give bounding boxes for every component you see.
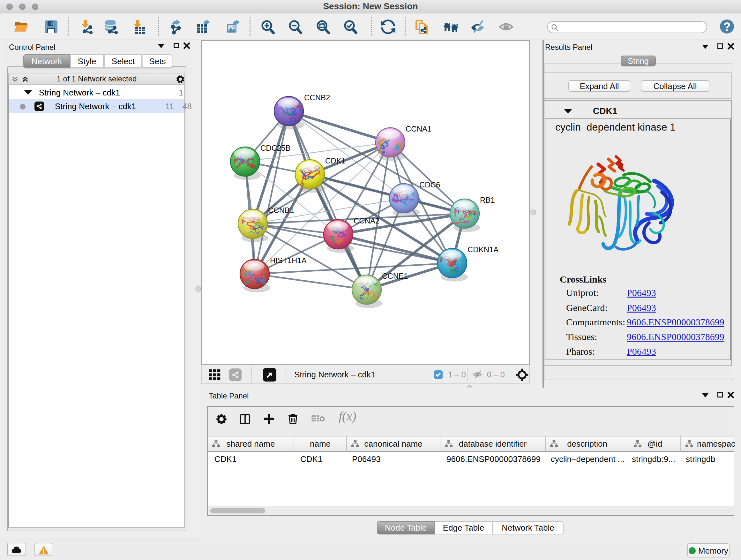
- svg-text:CCNA2: CCNA2: [354, 216, 380, 225]
- svg-text:HIST1H1A: HIST1H1A: [270, 256, 307, 265]
- svg-text:CDKN1A: CDKN1A: [468, 245, 498, 254]
- svg-text:CDC6: CDC6: [419, 180, 440, 189]
- svg-text:CCNE1: CCNE1: [382, 272, 408, 280]
- svg-text:CCNA1: CCNA1: [406, 125, 431, 133]
- svg-text:CCNB1: CCNB1: [268, 206, 294, 214]
- svg-text:RB1: RB1: [480, 196, 495, 204]
- svg-text:CCNB2: CCNB2: [304, 93, 330, 102]
- svg-text:CDK1: CDK1: [325, 157, 346, 165]
- svg-text:CDC25B: CDC25B: [260, 144, 291, 152]
- svg-text:?: ?: [724, 20, 731, 33]
